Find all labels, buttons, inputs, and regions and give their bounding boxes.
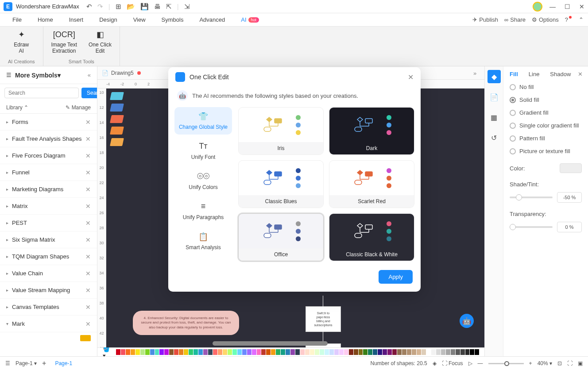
page-tool-tab[interactable]: 📄 [487,90,501,104]
color-swatch[interactable] [213,349,217,355]
color-swatch[interactable] [446,349,450,355]
color-swatch[interactable] [257,349,261,355]
color-swatch[interactable] [126,349,130,355]
color-swatch[interactable] [412,349,416,355]
color-swatch[interactable] [247,349,251,355]
fill-option-3[interactable]: Single color gradient fill [510,122,582,129]
menu-symbols[interactable]: Symbols [154,13,192,26]
color-swatch[interactable] [135,349,140,355]
tab-shadow[interactable]: Shadow [550,71,571,77]
color-swatch[interactable] [189,349,193,355]
color-swatch[interactable] [281,349,285,355]
collapse-ribbon-icon[interactable]: ⌃ [579,16,584,23]
fit-width-icon[interactable]: ▣ [578,360,583,366]
color-swatch[interactable] [242,349,247,355]
lib-item-value-chain[interactable]: Value Chain✕ [0,265,97,282]
color-swatch[interactable] [315,349,319,355]
fullscreen-icon[interactable]: ⛶ [567,360,573,366]
page-tab[interactable]: Page-1 [51,360,76,366]
collapse-sidebar-icon[interactable]: « [88,72,91,78]
color-picker[interactable] [560,163,582,173]
color-swatch[interactable] [300,349,305,355]
zoom-slider[interactable] [488,363,524,364]
edraw-ai[interactable]: ✦Edraw AI [14,30,29,54]
add-page-button[interactable]: + [42,359,46,367]
fill-option-2[interactable]: Gradient fill [510,109,582,116]
style-card-classic-black-&-white[interactable]: Classic Black & White [329,213,414,261]
menu-insert[interactable]: Insert [61,13,92,26]
canvas-node-1[interactable]: Switch to paperless billing and subscrip… [306,306,341,332]
outline-view-icon[interactable]: ☰ [5,360,10,366]
color-swatch[interactable] [334,349,339,355]
color-swatch[interactable] [271,349,275,355]
lib-item-mark[interactable]: Mark✕ [0,316,97,332]
lib-item-six-sigma-matrix[interactable]: Six Sigma Matrix✕ [0,231,97,248]
color-swatch[interactable] [232,349,237,355]
close-icon[interactable]: ✕ [85,270,91,277]
print-icon[interactable]: 🖶 [154,3,161,10]
search-button[interactable]: Search [81,88,97,98]
style-action-unify-paragraphs[interactable]: ≡Unify Paragraphs [174,197,232,225]
color-swatch[interactable] [150,349,155,355]
color-swatch[interactable] [116,349,120,355]
maximize-button[interactable]: ☐ [565,3,570,10]
style-card-office[interactable]: Office [238,213,324,261]
color-swatch[interactable] [407,349,411,355]
color-swatch[interactable] [203,349,208,355]
color-swatch[interactable] [131,349,135,355]
color-swatch[interactable] [451,349,455,355]
style-card-iris[interactable]: Iris [238,107,324,155]
style-action-smart-analysis[interactable]: 📋Smart Analysis [174,227,232,255]
color-swatch[interactable] [349,349,353,355]
close-icon[interactable]: ✕ [85,186,91,193]
history-tool-tab[interactable]: ↺ [487,131,501,144]
share-button[interactable]: ∞ Share [504,16,526,23]
menu-advanced[interactable]: Advanced [191,13,233,26]
color-swatch[interactable] [387,349,392,355]
canvas-shape[interactable] [110,127,124,135]
style-card-scarlet-red[interactable]: Scarlet Red [329,160,414,208]
color-swatch[interactable] [198,349,203,355]
canvas-text-box[interactable]: 4. Enhanced Security: Digital documents … [133,311,239,335]
tab-line[interactable]: Line [529,71,540,77]
color-swatch[interactable] [378,349,382,355]
style-action-change-global-style[interactable]: 👕Change Global Style [174,107,232,135]
close-button[interactable]: ✕ [579,3,584,10]
lib-item-tqm-diagram-shapes[interactable]: TQM Diagram Shapes✕ [0,248,97,265]
fill-option-4[interactable]: Pattern fill [510,135,582,142]
panel-close-icon[interactable]: ✕ [578,71,583,77]
color-swatch[interactable] [169,349,174,355]
fill-option-0[interactable]: No fill [510,84,582,90]
page-dropdown[interactable]: Page-1 ▾ [15,360,37,366]
presentation-tool-tab[interactable]: ▦ [487,111,501,124]
color-swatch[interactable] [456,349,460,355]
canvas-shape[interactable] [110,104,124,112]
fill-option-1[interactable]: Solid fill [510,96,582,103]
color-swatch[interactable] [417,349,421,355]
color-swatch[interactable] [164,349,169,355]
fit-page-icon[interactable]: ⊡ [557,360,562,366]
color-swatch[interactable] [252,349,256,355]
color-swatch[interactable] [310,349,314,355]
color-swatch[interactable] [121,349,125,355]
menu-view[interactable]: View [125,13,154,26]
close-icon[interactable]: ✕ [85,152,91,159]
apply-button[interactable]: Apply [379,270,413,284]
help-button[interactable]: ? [565,16,573,23]
color-swatch[interactable] [397,349,402,355]
color-swatch[interactable] [174,349,178,355]
transparency-slider[interactable] [510,226,553,228]
color-swatch[interactable] [223,349,227,355]
color-swatch[interactable] [354,349,358,355]
close-icon[interactable]: ✕ [85,203,91,210]
color-swatch[interactable] [218,349,222,355]
close-icon[interactable]: ✕ [85,220,91,227]
color-swatch[interactable] [208,349,213,355]
color-swatch[interactable] [290,349,295,355]
color-swatch[interactable] [320,349,324,355]
lib-item-canvas-templates[interactable]: Canvas Templates✕ [0,299,97,316]
color-swatch[interactable] [436,349,441,355]
focus-button[interactable]: ⛶ Focus [442,360,463,366]
color-swatch[interactable] [266,349,271,355]
canvas-shape[interactable] [110,138,124,146]
